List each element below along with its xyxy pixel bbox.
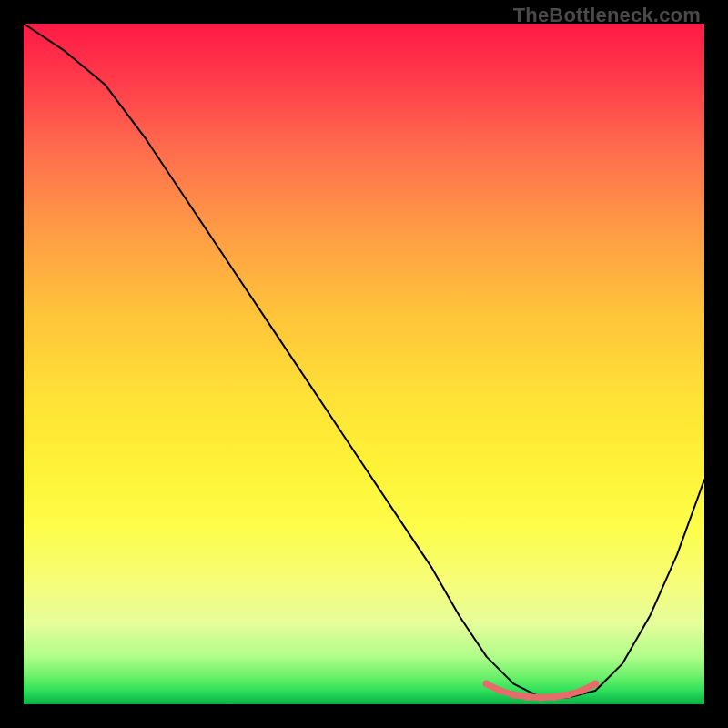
series-valley-highlight-marker: [497, 687, 504, 694]
series-valley-highlight-marker: [538, 694, 545, 702]
series-valley-highlight-marker: [578, 687, 585, 694]
series-valley-highlight-marker: [511, 692, 518, 699]
series-valley-highlight-marker: [524, 693, 531, 701]
series-container: [24, 24, 704, 702]
series-valley-highlight-marker: [564, 692, 571, 699]
series-bottleneck-curve: [24, 24, 704, 698]
series-valley-highlight-marker: [592, 681, 599, 688]
series-valley-highlight-marker: [551, 693, 558, 701]
series-valley-highlight-marker: [483, 681, 490, 688]
chart-svg: [24, 24, 704, 704]
